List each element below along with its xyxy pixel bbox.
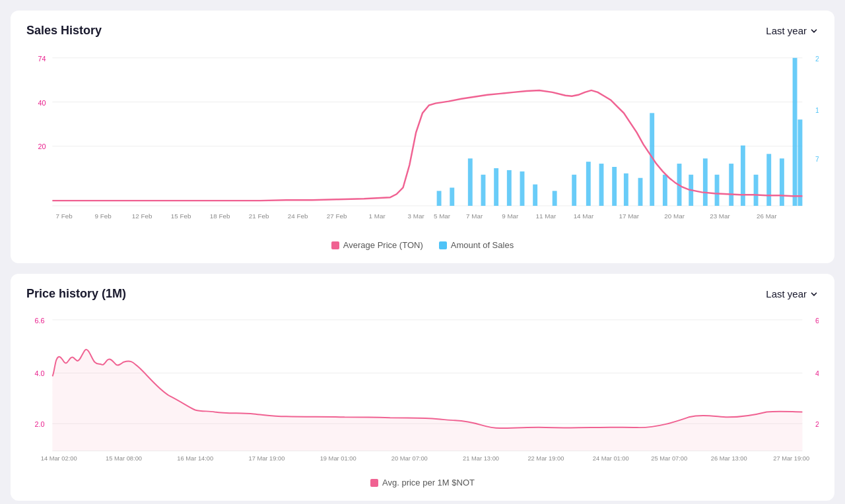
svg-text:19 Mar 01:00: 19 Mar 01:00 (320, 456, 356, 462)
svg-rect-32 (741, 146, 745, 206)
svg-text:23 Mar: 23 Mar (710, 212, 730, 220)
svg-rect-26 (663, 175, 667, 206)
svg-text:7 Feb: 7 Feb (55, 212, 73, 220)
chevron-down-icon-2 (809, 290, 819, 299)
price-history-title: Price history (1M) (26, 287, 126, 301)
svg-text:5 Mar: 5 Mar (434, 212, 451, 220)
svg-text:27602: 27602 (815, 55, 819, 63)
svg-text:20 Mar: 20 Mar (664, 212, 685, 220)
svg-text:20: 20 (38, 142, 46, 150)
svg-text:20 Mar 07:00: 20 Mar 07:00 (391, 456, 428, 462)
svg-text:6.6: 6.6 (815, 317, 819, 325)
svg-rect-30 (715, 175, 720, 206)
svg-rect-11 (450, 187, 454, 206)
svg-rect-13 (481, 175, 486, 206)
sales-history-title: Sales History (26, 24, 102, 38)
svg-text:4.0: 4.0 (815, 370, 819, 378)
svg-text:14 Mar 02:00: 14 Mar 02:00 (41, 456, 77, 462)
svg-rect-29 (703, 158, 708, 206)
svg-text:7000: 7000 (815, 155, 819, 163)
price-history-legend: Avg. price per 1M $NOT (26, 478, 819, 488)
svg-text:15 Mar 08:00: 15 Mar 08:00 (106, 456, 142, 462)
sales-history-chart: 74 40 20 27602 14000 7000 (26, 48, 819, 230)
svg-rect-12 (468, 158, 473, 206)
svg-text:3 Mar: 3 Mar (408, 212, 425, 220)
svg-rect-20 (586, 162, 591, 206)
chevron-down-icon (809, 26, 819, 36)
svg-rect-16 (520, 172, 525, 206)
svg-text:7 Mar: 7 Mar (466, 212, 483, 220)
svg-text:21 Mar 13:00: 21 Mar 13:00 (463, 456, 499, 462)
svg-rect-31 (729, 164, 733, 206)
svg-rect-24 (638, 178, 643, 206)
svg-rect-14 (494, 168, 498, 206)
price-history-header: Price history (1M) Last year (26, 287, 819, 301)
svg-rect-36 (793, 58, 797, 206)
svg-text:6.6: 6.6 (35, 317, 45, 325)
svg-text:40: 40 (38, 99, 46, 107)
sales-history-legend: Average Price (TON) Amount of Sales (26, 240, 819, 250)
legend-amount-sales-label: Amount of Sales (451, 240, 514, 250)
svg-rect-37 (798, 119, 803, 206)
svg-text:14 Mar: 14 Mar (574, 212, 594, 220)
svg-text:27 Feb: 27 Feb (327, 212, 347, 220)
sales-history-period-selector[interactable]: Last year (766, 25, 819, 36)
svg-rect-17 (533, 185, 537, 206)
svg-text:4.0: 4.0 (35, 370, 45, 378)
svg-text:26 Mar: 26 Mar (757, 212, 777, 220)
svg-text:9 Mar: 9 Mar (502, 212, 519, 220)
legend-amount-sales: Amount of Sales (439, 240, 514, 250)
svg-text:9 Feb: 9 Feb (95, 212, 112, 220)
price-history-chart: 6.6 4.0 2.0 6.6 4.0 2.0 14 Mar 02:00 15 … (26, 311, 819, 467)
svg-rect-23 (624, 173, 628, 206)
legend-avg-price-1m-dot (370, 479, 378, 487)
svg-rect-10 (437, 191, 442, 206)
legend-avg-price-1m-label: Avg. price per 1M $NOT (382, 478, 475, 488)
svg-text:17 Mar 19:00: 17 Mar 19:00 (248, 456, 285, 462)
svg-rect-18 (553, 191, 557, 206)
svg-rect-22 (612, 167, 617, 206)
svg-text:11 Mar: 11 Mar (536, 212, 557, 220)
svg-text:12 Feb: 12 Feb (132, 212, 152, 220)
sales-history-card: Sales History Last year 74 40 20 27602 1… (11, 11, 834, 263)
price-history-chart-container: 6.6 4.0 2.0 6.6 4.0 2.0 14 Mar 02:00 15 … (26, 311, 819, 470)
sales-history-chart-container: 74 40 20 27602 14000 7000 (26, 48, 819, 232)
svg-text:16 Mar 14:00: 16 Mar 14:00 (177, 456, 213, 462)
svg-rect-33 (754, 175, 759, 206)
svg-rect-15 (507, 170, 512, 206)
svg-text:22 Mar 19:00: 22 Mar 19:00 (527, 456, 564, 462)
sales-history-header: Sales History Last year (26, 24, 819, 38)
price-history-card: Price history (1M) Last year 6.6 4.0 2.0… (11, 274, 834, 501)
svg-rect-35 (780, 158, 784, 206)
svg-text:17 Mar: 17 Mar (619, 212, 639, 220)
legend-avg-price-dot (331, 241, 339, 249)
svg-text:2.0: 2.0 (815, 420, 819, 428)
svg-text:24 Feb: 24 Feb (288, 212, 308, 220)
svg-text:21 Feb: 21 Feb (249, 212, 269, 220)
price-history-period-selector[interactable]: Last year (766, 288, 819, 299)
svg-rect-34 (766, 154, 771, 206)
svg-text:18 Feb: 18 Feb (210, 212, 230, 220)
svg-text:25 Mar 07:00: 25 Mar 07:00 (651, 456, 687, 462)
svg-text:24 Mar 01:00: 24 Mar 01:00 (593, 456, 629, 462)
sales-history-period-label: Last year (766, 25, 807, 36)
legend-avg-price-label: Average Price (TON) (343, 240, 423, 250)
svg-text:15 Feb: 15 Feb (171, 212, 191, 220)
svg-text:26 Mar 13:00: 26 Mar 13:00 (711, 456, 747, 462)
legend-amount-sales-dot (439, 241, 447, 249)
svg-text:14000: 14000 (815, 106, 819, 114)
svg-rect-21 (599, 164, 604, 206)
legend-avg-price-1m: Avg. price per 1M $NOT (370, 478, 475, 488)
legend-avg-price: Average Price (TON) (331, 240, 423, 250)
svg-text:27 Mar 19:00: 27 Mar 19:00 (773, 456, 809, 462)
svg-text:2.0: 2.0 (35, 420, 45, 428)
price-history-period-label: Last year (766, 288, 807, 299)
svg-text:1 Mar: 1 Mar (369, 212, 386, 220)
svg-text:74: 74 (38, 55, 46, 63)
svg-rect-19 (572, 175, 576, 206)
